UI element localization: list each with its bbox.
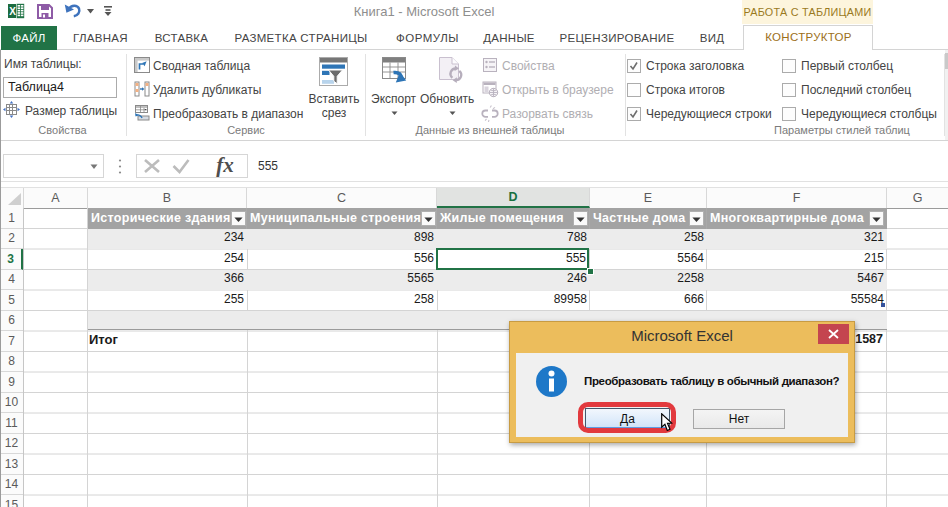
- svg-text:X: X: [9, 6, 16, 17]
